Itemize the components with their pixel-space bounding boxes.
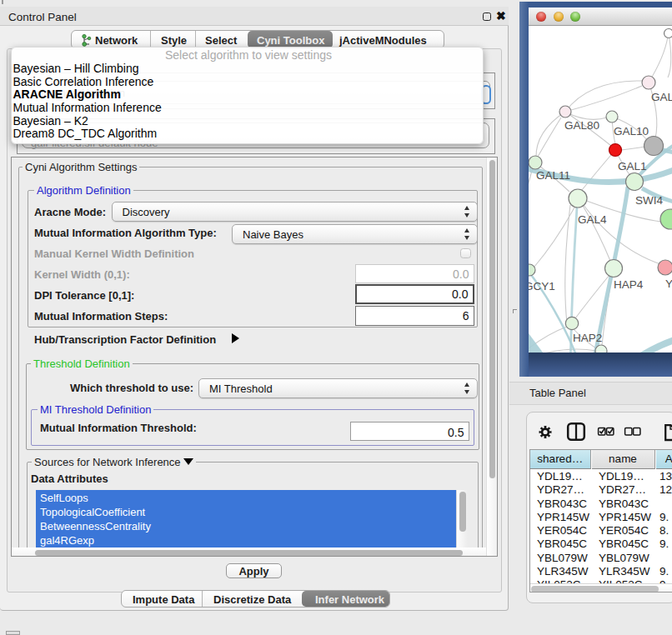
- svg-text:GAL11: GAL11: [536, 169, 570, 182]
- svg-text:Y: Y: [665, 278, 672, 290]
- svg-text:GAL1: GAL1: [618, 160, 647, 172]
- svg-text:GAL80: GAL80: [564, 119, 599, 132]
- svg-text:HAP2: HAP2: [573, 332, 602, 344]
- svg-text:GAL4: GAL4: [578, 213, 607, 226]
- svg-text:GAL2: GAL2: [651, 91, 672, 103]
- svg-text:GCY1: GCY1: [529, 280, 555, 292]
- svg-text:GAL10: GAL10: [614, 125, 649, 138]
- svg-text:HAP4: HAP4: [614, 278, 644, 291]
- svg-text:SWI4: SWI4: [635, 194, 663, 207]
